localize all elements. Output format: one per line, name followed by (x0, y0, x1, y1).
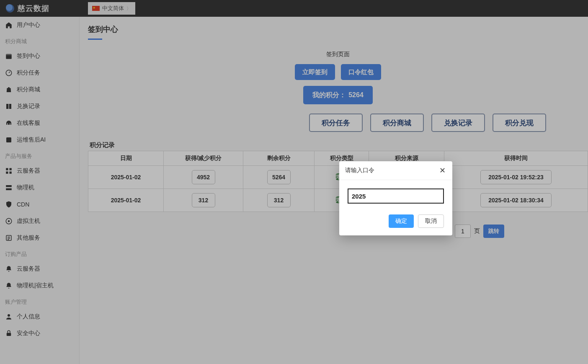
confirm-button[interactable]: 确定 (389, 214, 414, 228)
code-input-modal: 请输入口令 ✕ 确定 取消 (339, 161, 452, 235)
modal-overlay[interactable] (0, 0, 588, 364)
cancel-button[interactable]: 取消 (418, 214, 444, 228)
code-input[interactable] (348, 188, 444, 204)
modal-title: 请输入口令 (345, 167, 374, 174)
close-icon[interactable]: ✕ (438, 166, 446, 175)
